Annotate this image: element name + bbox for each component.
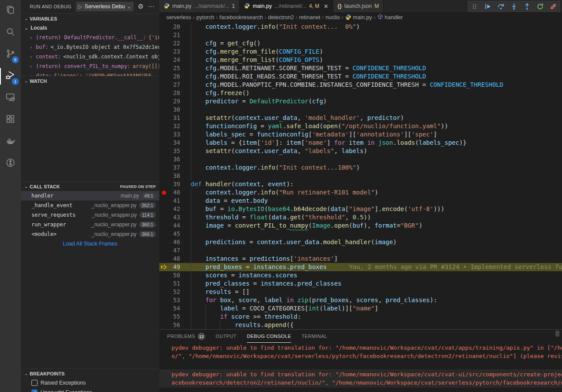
code-line-30[interactable]: 30 xyxy=(159,106,562,114)
gutter-glyph-margin[interactable] xyxy=(159,106,169,114)
disconnect-icon[interactable] xyxy=(549,3,557,10)
panel-tab-output[interactable]: OUTPUT xyxy=(216,330,236,343)
locals-scope[interactable]: ⌄ Locals xyxy=(21,23,159,33)
code-line-45[interactable]: 45 xyxy=(159,230,562,238)
step-over-icon[interactable] xyxy=(497,3,505,10)
launch-config-dropdown[interactable]: ▷ Serverless Debu ⌄ xyxy=(76,2,134,11)
code-line-53[interactable]: 53 for box, score, label in zip(pred_box… xyxy=(159,296,562,304)
code-line-38[interactable]: 38 xyxy=(159,172,562,180)
console-message[interactable]: pydev debugger: unable to find translati… xyxy=(159,343,562,361)
activity-bar-item-run-and-debug[interactable]: 1 xyxy=(0,65,21,87)
gutter-glyph-margin[interactable] xyxy=(159,97,169,106)
gutter-glyph-margin[interactable] xyxy=(159,205,169,213)
code-editor[interactable]: 20 context.logger.info("Init context... … xyxy=(159,23,562,329)
gutter-glyph-margin[interactable] xyxy=(159,122,169,130)
tab-main.py-siammask[interactable]: main.py.../siammask/...1 xyxy=(159,0,240,12)
more-actions-icon[interactable]: ⋯ xyxy=(148,3,154,10)
gutter-glyph-margin[interactable] xyxy=(159,155,169,164)
code-line-21[interactable]: 21 xyxy=(159,31,562,39)
breakpoint-row[interactable]: Raised Exceptions xyxy=(21,378,159,388)
gutter-glyph-margin[interactable] xyxy=(159,139,169,147)
gutter-glyph-margin[interactable] xyxy=(159,89,169,97)
breakpoint-icon[interactable] xyxy=(162,191,166,195)
code-line-56[interactable]: 56 results.append({ xyxy=(159,321,562,329)
code-line-32[interactable]: 32 functionconfig = yaml.safe_load(open(… xyxy=(159,122,562,130)
gutter-glyph-margin[interactable] xyxy=(159,321,169,329)
variables-section-header[interactable]: ⌄ VARIABLES xyxy=(21,14,159,23)
code-line-42[interactable]: 42 buf = io.BytesIO(base64.b64decode(dat… xyxy=(159,205,562,213)
code-line-44[interactable]: 44 image = convert_PIL_to_numpy(Image.op… xyxy=(159,222,562,230)
gutter-glyph-margin[interactable] xyxy=(159,164,169,172)
activity-bar-item-source-control[interactable]: 8 xyxy=(0,44,21,65)
code-line-49[interactable]: 49 pred_boxes = instances.pred_boxesYou,… xyxy=(159,263,562,271)
tab-launch.json[interactable]: {}launch.jsonM xyxy=(333,0,384,12)
gutter-glyph-margin[interactable] xyxy=(159,288,169,296)
gutter-glyph-margin[interactable] xyxy=(159,188,169,197)
code-line-25[interactable]: 25 cfg.MODEL.RETINANET.SCORE_THRESH_TEST… xyxy=(159,64,562,72)
gutter-glyph-margin[interactable] xyxy=(159,197,169,205)
activity-bar-item-docker[interactable] xyxy=(0,131,21,153)
gutter-glyph-margin[interactable] xyxy=(159,48,169,56)
code-line-31[interactable]: 31 setattr(context.user_data, 'model_han… xyxy=(159,114,562,122)
breadcrumb-item-handler[interactable]: handler xyxy=(377,14,403,21)
code-line-26[interactable]: 26 cfg.MODEL.ROI_HEADS.SCORE_THRESH_TEST… xyxy=(159,72,562,81)
step-out-icon[interactable] xyxy=(523,3,531,10)
code-line-51[interactable]: 51 pred_classes = instances.pred_classes xyxy=(159,280,562,288)
code-line-52[interactable]: 52 results = [] xyxy=(159,288,562,296)
activity-bar-item-remote-explorer[interactable] xyxy=(0,87,21,109)
callstack-frame[interactable]: <module>_nuclio_wrapper.py366:1 xyxy=(21,229,159,239)
gutter-glyph-margin[interactable] xyxy=(159,64,169,72)
gutter-glyph-margin[interactable] xyxy=(159,56,169,64)
panel-tab-debug-console[interactable]: DEBUG CONSOLE xyxy=(247,330,291,343)
code-line-46[interactable]: 46 predictions = context.user_data.model… xyxy=(159,238,562,246)
panel-tab-problems[interactable]: PROBLEMS12 xyxy=(167,330,205,343)
gutter-glyph-margin[interactable] xyxy=(159,114,169,122)
gutter-glyph-margin[interactable] xyxy=(159,246,169,255)
gutter-glyph-margin[interactable] xyxy=(159,296,169,304)
step-into-icon[interactable] xyxy=(510,3,518,10)
restart-icon[interactable] xyxy=(536,3,544,10)
code-line-43[interactable]: 43 threshold = float(data.get("threshold… xyxy=(159,213,562,222)
gutter-glyph-margin[interactable] xyxy=(159,271,169,280)
gutter-glyph-margin[interactable] xyxy=(159,172,169,180)
variable-row[interactable]: ›(return) convert_PIL_to_numpy:array([[[… xyxy=(21,61,159,71)
code-line-55[interactable]: 55 if score >= threshold: xyxy=(159,313,562,321)
code-line-28[interactable]: 28 cfg.freeze() xyxy=(159,89,562,97)
activity-bar-item-search[interactable] xyxy=(0,22,21,44)
gutter-glyph-margin[interactable] xyxy=(159,81,169,89)
code-line-47[interactable]: 47 xyxy=(159,246,562,255)
activity-bar-item-gitlens[interactable] xyxy=(0,153,21,174)
callstack-frame[interactable]: run_wrapper_nuclio_wrapper.py360:1 xyxy=(21,220,159,229)
variable-row[interactable]: ›context:<nuclio_sdk.context.Context obj… xyxy=(21,52,159,61)
variable-row[interactable]: ›buf:<_io.BytesIO object at 0x7f5a2dc1ec… xyxy=(21,42,159,52)
checkbox[interactable]: ✓ xyxy=(31,389,38,392)
code-line-40[interactable]: 40 context.logger.info("Run retinanet-R1… xyxy=(159,188,562,197)
code-line-39[interactable]: 39def handler(context, event): xyxy=(159,180,562,188)
gutter-glyph-margin[interactable] xyxy=(159,238,169,246)
variable-row[interactable]: ›(return) DefaultPredictor.__call__:{'in… xyxy=(21,33,159,42)
breadcrumb-item-nuclio[interactable]: nuclio xyxy=(326,14,340,20)
gutter-glyph-margin[interactable] xyxy=(159,72,169,81)
gutter-glyph-margin[interactable] xyxy=(159,39,169,48)
code-line-34[interactable]: 34 labels = {item['id']: item['name'] fo… xyxy=(159,139,562,147)
activity-bar-item-explorer[interactable] xyxy=(0,0,21,22)
callstack-frame[interactable]: _handle_event_nuclio_wrapper.py262:1 xyxy=(21,201,159,210)
callstack-frame[interactable]: handlermain.py49:1 xyxy=(21,191,159,201)
breadcrumb-item-mainpy[interactable]: main.py xyxy=(345,14,372,21)
gutter-glyph-margin[interactable] xyxy=(159,213,169,222)
tab-main.py-retinanet[interactable]: main.py.../retinanet/...4, M✕ xyxy=(240,0,333,12)
code-line-33[interactable]: 33 labels_spec = functionconfig['metadat… xyxy=(159,130,562,139)
load-all-stack-frames-link[interactable]: Load All Stack Frames xyxy=(21,239,159,249)
gear-icon[interactable]: ⚙ xyxy=(138,3,144,10)
breadcrumb-item-detectron2[interactable]: detectron2 xyxy=(268,14,294,20)
code-line-35[interactable]: 35 setattr(context.user_data, "labels", … xyxy=(159,147,562,155)
gutter-glyph-margin[interactable] xyxy=(159,222,169,230)
code-line-48[interactable]: 48 instances = predictions['instances'] xyxy=(159,255,562,263)
gutter-glyph-margin[interactable] xyxy=(159,180,169,188)
breadcrumb-item-pytorch[interactable]: pytorch xyxy=(196,14,214,20)
activity-bar-item-extensions[interactable] xyxy=(0,109,21,131)
close-icon[interactable]: ✕ xyxy=(324,3,329,10)
continue-icon[interactable] xyxy=(484,3,492,10)
code-line-37[interactable]: 37 context.logger.info("Init context...1… xyxy=(159,164,562,172)
code-line-36[interactable]: 36 xyxy=(159,155,562,164)
